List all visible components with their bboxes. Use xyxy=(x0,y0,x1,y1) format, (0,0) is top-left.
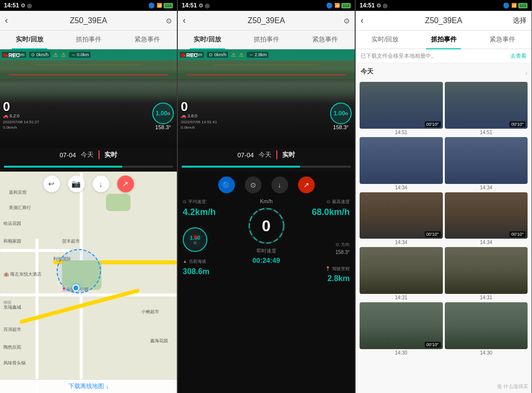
thumb-2[interactable]: 00'10" xyxy=(445,82,528,129)
map-download-bar[interactable]: 下载离线地图 ↓ xyxy=(0,379,177,393)
nav-title-2: Z50_39EA xyxy=(248,16,285,25)
thumb-7[interactable] xyxy=(360,247,443,294)
stats-camera-btn[interactable]: ⊙ xyxy=(245,177,262,193)
video-bg-1 xyxy=(0,49,177,148)
stats-route-btn[interactable]: 🔵 xyxy=(218,177,235,193)
timeline-track-2[interactable] xyxy=(182,166,351,168)
map-label-home: 和顺家园 xyxy=(3,238,21,245)
map-label-xin: 鑫海花园 xyxy=(150,338,168,344)
direction-section: ⊙ 方向 158.3° xyxy=(335,241,350,256)
thumb-time-1: 14:51 xyxy=(360,130,443,135)
thumb-bg-4 xyxy=(445,137,528,184)
status-icons-3: ⚙ ◎ xyxy=(376,2,388,9)
map-camera-btn[interactable]: 📷 xyxy=(68,176,85,192)
go-see-button[interactable]: 去查看 xyxy=(510,52,527,60)
settings-icon-1[interactable]: ⊙ xyxy=(166,17,172,25)
altitude-value: 308.6m xyxy=(183,265,233,278)
tab-capture-3[interactable]: 抓拍事件 xyxy=(414,31,473,48)
thumb-time-10: 14:30 xyxy=(445,350,528,356)
thumb-3[interactable] xyxy=(360,137,443,184)
list-item[interactable]: 14:30 xyxy=(445,302,528,356)
tab-emergency-3[interactable]: 紧急事件 xyxy=(473,31,532,48)
thumb-duration-6: 00'10" xyxy=(509,231,526,237)
stats-icons-bar: 🔵 ⊙ ↓ ↗ xyxy=(183,177,350,193)
stats-center-col: Km/h 0 即时速度 00:24:49 xyxy=(236,198,297,264)
stats-share-btn[interactable]: ↗ xyxy=(298,177,315,193)
back-button-2[interactable]: ‹ xyxy=(183,15,186,26)
speed-display-2: 0 xyxy=(181,100,188,113)
tab-realtime-2[interactable]: 实时/回放 xyxy=(178,31,237,48)
list-item[interactable]: 14:31 xyxy=(445,247,528,300)
signal-icon-3: 📶 xyxy=(511,3,517,8)
distance-icon: 📍 xyxy=(325,265,331,272)
warning-icon-2: ⚠ xyxy=(61,52,66,58)
g-sensor-circle: 1.00 G xyxy=(183,227,207,252)
max-speed-value: 68.0km/h xyxy=(312,205,350,219)
thumb-4[interactable] xyxy=(445,137,528,184)
thumb-1[interactable]: 00'10" xyxy=(360,82,443,129)
thumb-5[interactable]: 00'10" xyxy=(360,192,443,239)
list-item[interactable]: 00'10" 14:30 xyxy=(360,302,443,356)
rec-dot-2 xyxy=(181,53,185,57)
tab-realtime-3[interactable]: 实时/回放 xyxy=(356,31,414,48)
capture-scroll[interactable]: 今天 › 00'10" 14:51 00'10" 14:51 xyxy=(356,63,532,393)
signal-icon-2: 📶 xyxy=(334,3,340,8)
thumb-time-3: 14:34 xyxy=(360,185,443,190)
nav-title-3: Z50_39EA xyxy=(425,16,463,25)
list-item[interactable]: 00'10" 14:51 xyxy=(360,82,443,135)
rec-badge-2: REC xyxy=(181,52,198,58)
thumb-bg-10 xyxy=(445,302,528,349)
video-top-bar-2: ▲ 308.6m ⊙ 0km/h ⚠ ⚠ ↔ 2.8km xyxy=(178,49,355,60)
map-history-btn[interactable]: ↩ xyxy=(43,176,60,192)
altitude-icon: ▲ xyxy=(183,258,187,265)
distance-label: 驾驶里程 xyxy=(332,265,350,272)
chevron-right-icon[interactable]: › xyxy=(525,69,528,77)
tab-realtime-1[interactable]: 实时/回放 xyxy=(0,31,59,48)
stats-download-btn[interactable]: ↓ xyxy=(271,177,288,193)
compass-circle-2: 1.00 G xyxy=(330,103,352,124)
warning-icon-4: ⚠ xyxy=(239,52,244,58)
list-item[interactable]: 00'10" 14:34 xyxy=(360,192,443,246)
settings-icon-2[interactable]: ⊙ xyxy=(344,17,350,25)
panel-3 panel-3: 14:51 ⚙ ◎ 🔵 📶 113 ‹ Z50_39EA 选择 实时/回放 抓拍… xyxy=(356,0,532,393)
car-icons-2: 🚗 3.8:0 2022/07/06 14:51:41 0.0km/h xyxy=(181,113,217,130)
tab-capture-2[interactable]: 抓拍事件 xyxy=(237,31,296,48)
date-text-2: 07-04 xyxy=(237,151,254,159)
timeline-2[interactable] xyxy=(178,162,355,172)
nav-bar-2: ‹ Z50_39EA ⊙ xyxy=(178,11,355,31)
compass-circle-1: 1.00 G xyxy=(152,103,174,124)
list-item[interactable]: 00'10" 14:51 xyxy=(445,82,528,135)
needle-dot xyxy=(194,235,197,238)
tab-capture-1[interactable]: 抓拍事件 xyxy=(59,31,118,48)
timeline-track-1[interactable] xyxy=(4,166,173,168)
map-label-柳园: 柳园 xyxy=(3,300,11,305)
timeline-1[interactable] xyxy=(0,162,177,172)
map-share-btn[interactable]: ↗ xyxy=(117,176,134,192)
tab-emergency-2[interactable]: 紧急事件 xyxy=(296,31,355,48)
bluetooth-icon-3: 🔵 xyxy=(503,2,510,9)
thumb-time-2: 14:51 xyxy=(445,130,528,135)
tab-emergency-1[interactable]: 紧急事件 xyxy=(118,31,177,48)
thumb-8[interactable] xyxy=(445,247,528,294)
nav-title-1: Z50_39EA xyxy=(70,16,107,25)
map-label-food: 风味骨头锅 xyxy=(3,360,26,366)
list-item[interactable]: 14:34 xyxy=(445,137,528,190)
thumb-10[interactable] xyxy=(445,302,528,349)
list-item[interactable]: 00'10" 14:34 xyxy=(445,192,528,246)
map-download-btn[interactable]: ↓ xyxy=(93,176,109,192)
time-2: 14:51 xyxy=(182,2,197,9)
back-button-1[interactable]: ‹ xyxy=(5,15,8,26)
list-item[interactable]: 14:31 xyxy=(360,247,443,300)
speed-unit-label: Km/h xyxy=(260,198,273,204)
map-download-icon: ↓ xyxy=(106,383,109,390)
thumb-6[interactable]: 00'10" xyxy=(445,192,528,239)
thumb-time-8: 14:31 xyxy=(445,295,528,300)
timeline-cursor-1 xyxy=(99,150,100,159)
list-item[interactable]: 14:34 xyxy=(360,137,443,190)
back-button-3[interactable]: ‹ xyxy=(361,15,364,26)
tab-bar-2: 实时/回放 抓拍事件 紧急事件 xyxy=(178,31,355,49)
warning-icon-1: ⚠ xyxy=(53,52,58,58)
thumb-9[interactable]: 00'10" xyxy=(360,302,443,349)
max-speed-icon: ⊙ xyxy=(327,198,331,205)
select-button[interactable]: 选择 xyxy=(513,16,527,25)
